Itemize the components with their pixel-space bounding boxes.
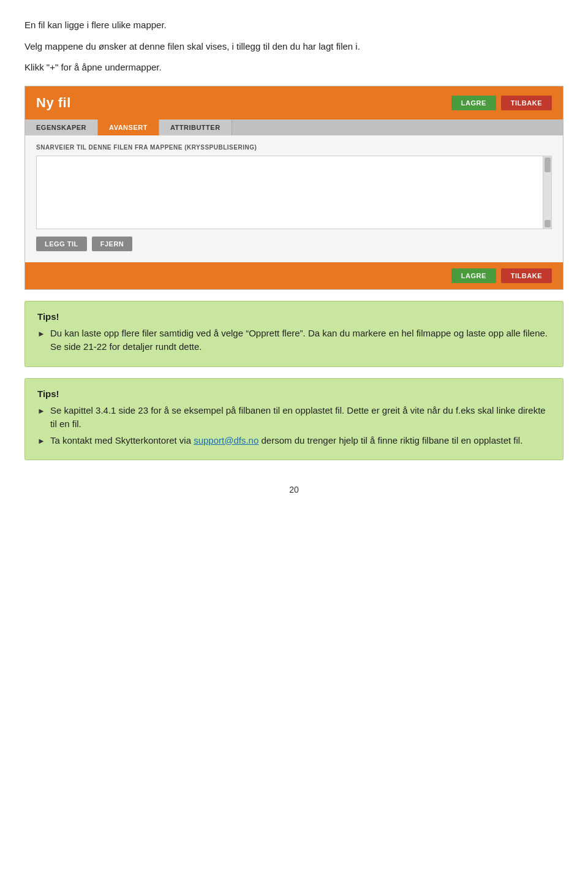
- card-content: SNARVEIER TIL DENNE FILEN FRA MAPPENE (K…: [25, 135, 563, 262]
- card-header: Ny fil LAGRE TILBAKE: [25, 86, 563, 119]
- tab-attributter[interactable]: ATTRIBUTTER: [159, 119, 232, 135]
- support-link[interactable]: support@dfs.no: [194, 435, 258, 445]
- section-label: SNARVEIER TIL DENNE FILEN FRA MAPPENE (K…: [36, 144, 552, 151]
- tips-arrow-icon-2a: ►: [37, 405, 45, 417]
- lagre-button-bottom[interactable]: LAGRE: [451, 268, 496, 283]
- card-tabs: EGENSKAPER AVANSERT ATTRIBUTTER: [25, 119, 563, 135]
- tilbake-button-top[interactable]: TILBAKE: [501, 96, 552, 110]
- card-title: Ny fil: [36, 95, 71, 111]
- page-footer: 20: [24, 485, 564, 495]
- page-number: 20: [289, 485, 299, 495]
- action-buttons: LEGG TIL FJERN: [36, 237, 552, 251]
- tips-text-1: Du kan laste opp flere filer samtidig ve…: [50, 327, 551, 354]
- tilbake-button-bottom[interactable]: TILBAKE: [501, 268, 552, 283]
- lagre-button-top[interactable]: LAGRE: [451, 96, 496, 110]
- tips-item-1: ► Du kan laste opp flere filer samtidig …: [37, 327, 551, 354]
- intro-line1: En fil kan ligge i flere ulike mapper.: [24, 18, 564, 32]
- card-footer: LAGRE TILBAKE: [25, 262, 563, 289]
- fjern-button[interactable]: FJERN: [92, 237, 133, 251]
- tips-text-2b-post: dersom du trenger hjelp til å finne rikt…: [258, 435, 522, 445]
- tips-text-2b-pre: Ta kontakt med Skytterkontoret via: [50, 435, 194, 445]
- tips-arrow-icon-1: ►: [37, 328, 45, 340]
- tab-egenskaper[interactable]: EGENSKAPER: [25, 119, 98, 135]
- tips-box-2: Tips! ► Se kapittel 3.4.1 side 23 for å …: [24, 378, 564, 461]
- tips-text-2b: Ta kontakt med Skytterkontoret via suppo…: [50, 434, 522, 448]
- header-buttons: LAGRE TILBAKE: [451, 96, 552, 110]
- tips-box-1: Tips! ► Du kan laste opp flere filer sam…: [24, 301, 564, 367]
- tips-item-2b: ► Ta kontakt med Skytterkontoret via sup…: [37, 434, 551, 448]
- scrollbar[interactable]: [543, 156, 551, 229]
- tips-title-1: Tips!: [37, 311, 551, 322]
- ny-fil-card: Ny fil LAGRE TILBAKE EGENSKAPER AVANSERT…: [24, 86, 564, 290]
- tips-text-2a: Se kapittel 3.4.1 side 23 for å se eksem…: [50, 404, 551, 431]
- intro-line2: Velg mappene du ønsker at denne filen sk…: [24, 40, 564, 54]
- tips-item-2a: ► Se kapittel 3.4.1 side 23 for å se eks…: [37, 404, 551, 431]
- shortcut-list-box: [36, 156, 552, 229]
- tab-avansert[interactable]: AVANSERT: [98, 119, 159, 135]
- legg-til-button[interactable]: LEGG TIL: [36, 237, 87, 251]
- intro-line3: Klikk "+" for å åpne undermapper.: [24, 61, 564, 75]
- scrollbar-bottom-thumb: [545, 220, 551, 227]
- tips-title-2: Tips!: [37, 389, 551, 399]
- scrollbar-thumb: [545, 157, 551, 172]
- tips-arrow-icon-2b: ►: [37, 435, 45, 447]
